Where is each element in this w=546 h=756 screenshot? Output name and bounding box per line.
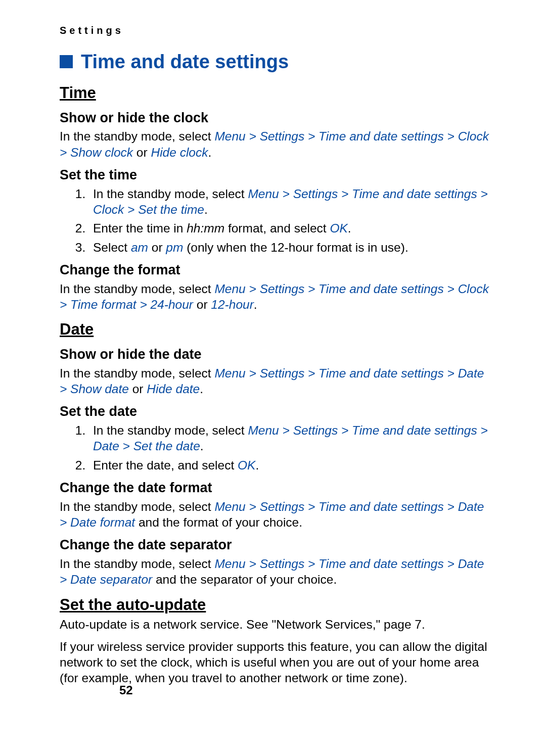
text: .: [254, 298, 257, 311]
para-auto-update-1: Auto-update is a network service. See "N…: [60, 617, 490, 632]
section-heading-time: Time: [60, 83, 490, 103]
text: In the standby mode, select: [60, 129, 214, 143]
subheading-set-the-date: Set the date: [60, 403, 490, 420]
italic-text: hh:mm: [187, 221, 224, 235]
text: In the standby mode, select: [60, 366, 214, 380]
text: and the separator of your choice.: [152, 573, 337, 586]
text: In the standby mode, select: [93, 423, 248, 437]
text: or: [133, 146, 151, 159]
para-change-format: In the standby mode, select Menu > Setti…: [60, 281, 490, 313]
text: In the standby mode, select: [60, 500, 214, 513]
menu-path: OK: [238, 458, 255, 472]
square-bullet-icon: [60, 55, 73, 68]
text: or: [129, 382, 147, 396]
list-item: Enter the date, and select OK.: [89, 457, 490, 473]
para-change-date-separator: In the standby mode, select Menu > Setti…: [60, 556, 490, 588]
menu-path: am: [131, 241, 148, 254]
text: and the format of your choice.: [135, 515, 302, 529]
steps-set-the-date: In the standby mode, select Menu > Setti…: [60, 422, 490, 473]
steps-set-the-time: In the standby mode, select Menu > Setti…: [60, 186, 490, 255]
text: Enter the time in: [93, 221, 187, 235]
text: In the standby mode, select: [60, 282, 214, 296]
text: .: [200, 382, 203, 396]
menu-path: Hide date: [147, 382, 200, 396]
para-change-date-format: In the standby mode, select Menu > Setti…: [60, 499, 490, 531]
text: .: [200, 439, 204, 453]
list-item: In the standby mode, select Menu > Setti…: [89, 186, 490, 218]
menu-path: Hide clock: [151, 146, 208, 159]
text: In the standby mode, select: [60, 557, 214, 571]
menu-path: 12-hour: [211, 298, 253, 311]
text: .: [348, 221, 351, 235]
page-number: 52: [119, 683, 133, 698]
text: .: [255, 458, 259, 472]
subheading-change-format: Change the format: [60, 261, 490, 279]
subheading-change-date-format: Change the date format: [60, 479, 490, 497]
para-show-hide-date: In the standby mode, select Menu > Setti…: [60, 365, 490, 397]
subheading-show-hide-date: Show or hide the date: [60, 346, 490, 363]
text: .: [204, 203, 208, 216]
text: or: [148, 241, 166, 254]
text: Select: [93, 241, 131, 254]
text: or: [193, 298, 211, 311]
section-heading-auto-update: Set the auto-update: [60, 595, 490, 615]
menu-path: OK: [330, 221, 347, 235]
page-title: Time and date settings: [81, 50, 289, 74]
list-item: Enter the time in hh:mm format, and sele…: [89, 220, 490, 236]
subheading-show-hide-clock: Show or hide the clock: [60, 109, 490, 127]
subheading-change-date-separator: Change the date separator: [60, 536, 490, 554]
page-title-row: Time and date settings: [60, 50, 490, 74]
breadcrumb: Settings: [60, 24, 490, 37]
text: format, and select: [224, 221, 330, 235]
menu-path: pm: [166, 241, 183, 254]
text: (only when the 12-hour format is in use)…: [183, 241, 408, 254]
text: In the standby mode, select: [93, 187, 248, 201]
text: Enter the date, and select: [93, 458, 238, 472]
subheading-set-the-time: Set the time: [60, 166, 490, 184]
section-heading-date: Date: [60, 319, 490, 340]
text: .: [208, 146, 211, 159]
para-show-hide-clock: In the standby mode, select Menu > Setti…: [60, 128, 490, 160]
list-item: Select am or pm (only when the 12-hour f…: [89, 240, 490, 255]
list-item: In the standby mode, select Menu > Setti…: [89, 422, 490, 454]
para-auto-update-2: If your wireless service provider suppor…: [60, 639, 490, 686]
